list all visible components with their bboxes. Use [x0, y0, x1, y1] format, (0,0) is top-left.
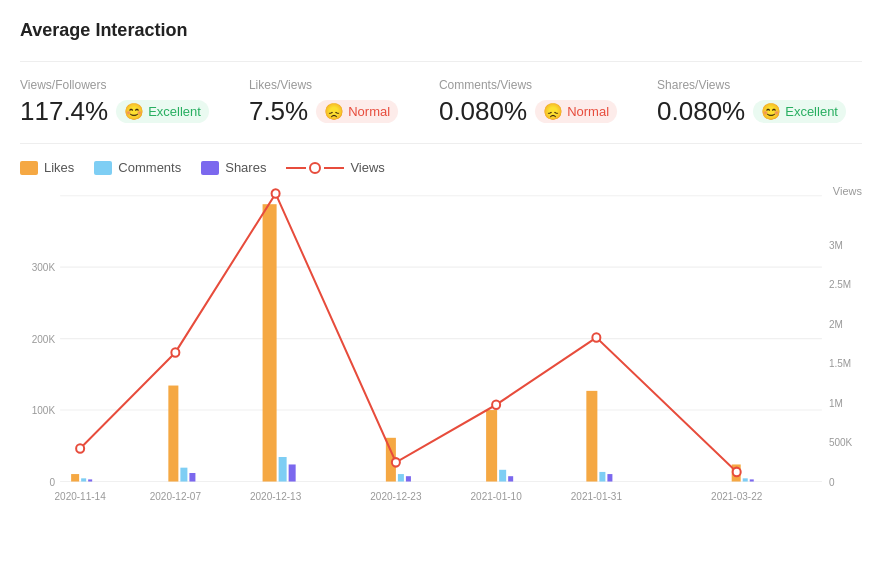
metric-label-3: Comments/Views [439, 78, 617, 92]
badge-2: 😞 Normal [316, 100, 398, 123]
badge-3: 😞 Normal [535, 100, 617, 123]
shares-color-box [201, 161, 219, 175]
svg-rect-30 [607, 474, 612, 481]
views-line [80, 194, 737, 472]
page-container: Average Interaction Views/Followers 117.… [20, 20, 862, 505]
badge-text-1: Excellent [148, 104, 201, 119]
bar-shares [88, 479, 92, 481]
sad-icon-2: 😞 [324, 102, 344, 121]
line-dash-left [286, 167, 306, 169]
legend-views: Views [286, 160, 384, 175]
metric-likes-views: Likes/Views 7.5% 😞 Normal [249, 78, 399, 127]
metric-value-row-1: 117.4% 😊 Excellent [20, 96, 209, 127]
comments-color-box [94, 161, 112, 175]
bar-likes [71, 474, 79, 481]
svg-text:2020-11-14: 2020-11-14 [55, 490, 106, 501]
badge-text-4: Excellent [785, 104, 838, 119]
svg-rect-16 [168, 386, 178, 482]
svg-rect-33 [750, 479, 754, 481]
svg-text:500K: 500K [829, 437, 852, 448]
svg-text:2.5M: 2.5M [829, 279, 851, 290]
metric-value-row-4: 0.080% 😊 Excellent [657, 96, 846, 127]
metric-value-3: 0.080% [439, 96, 527, 127]
legend-comments: Comments [94, 160, 181, 175]
metric-label-2: Likes/Views [249, 78, 399, 92]
views-dot-5 [492, 400, 500, 409]
legend-likes: Likes [20, 160, 74, 175]
metric-value-4: 0.080% [657, 96, 745, 127]
views-dot-7 [733, 468, 741, 477]
metric-label-4: Shares/Views [657, 78, 846, 92]
chart-container: 0 100K 200K 300K 0 500K 1M 1.5M 2M 2.5M … [20, 185, 862, 505]
svg-text:2020-12-13: 2020-12-13 [250, 490, 301, 501]
svg-rect-26 [499, 470, 506, 482]
metric-value-1: 117.4% [20, 96, 108, 127]
metric-views-followers: Views/Followers 117.4% 😊 Excellent [20, 78, 209, 127]
line-dash-right [324, 167, 344, 169]
svg-rect-19 [263, 204, 277, 481]
smiley-icon-1: 😊 [124, 102, 144, 121]
bar-comments [81, 478, 86, 481]
svg-text:0: 0 [49, 477, 55, 488]
metrics-row: Views/Followers 117.4% 😊 Excellent Likes… [20, 78, 862, 127]
badge-1: 😊 Excellent [116, 100, 209, 123]
svg-rect-29 [599, 472, 605, 482]
views-dot-2 [171, 348, 179, 357]
svg-rect-25 [486, 410, 497, 481]
smiley-icon-4: 😊 [761, 102, 781, 121]
svg-text:2021-01-31: 2021-01-31 [571, 490, 622, 501]
metric-value-row-2: 7.5% 😞 Normal [249, 96, 399, 127]
top-divider [20, 61, 862, 62]
svg-text:300K: 300K [32, 262, 55, 273]
badge-text-2: Normal [348, 104, 390, 119]
svg-text:1.5M: 1.5M [829, 358, 851, 369]
chart-svg: 0 100K 200K 300K 0 500K 1M 1.5M 2M 2.5M … [20, 185, 862, 505]
svg-rect-17 [180, 468, 187, 482]
svg-text:1M: 1M [829, 398, 843, 409]
line-dot [309, 162, 321, 174]
legend-row: Likes Comments Shares Views [20, 160, 862, 175]
svg-text:2020-12-23: 2020-12-23 [370, 490, 421, 501]
svg-text:2020-12-07: 2020-12-07 [150, 490, 201, 501]
legend-comments-label: Comments [118, 160, 181, 175]
legend-shares-label: Shares [225, 160, 266, 175]
views-dot-4 [392, 458, 400, 467]
chart-area: Views 0 100K 200K 300K 0 500K 1M 1.5M [20, 185, 862, 505]
svg-text:2M: 2M [829, 319, 843, 330]
page-title: Average Interaction [20, 20, 862, 41]
legend-views-label: Views [350, 160, 384, 175]
bottom-divider [20, 143, 862, 144]
badge-text-3: Normal [567, 104, 609, 119]
svg-rect-24 [406, 476, 411, 481]
legend-likes-label: Likes [44, 160, 74, 175]
views-dot-3 [272, 189, 280, 198]
legend-shares: Shares [201, 160, 266, 175]
svg-rect-32 [743, 478, 748, 481]
svg-rect-23 [398, 474, 404, 481]
metric-comments-views: Comments/Views 0.080% 😞 Normal [439, 78, 617, 127]
metric-label-1: Views/Followers [20, 78, 209, 92]
svg-text:100K: 100K [32, 405, 55, 416]
svg-rect-27 [508, 476, 513, 481]
views-line-icon [286, 162, 344, 174]
sad-icon-3: 😞 [543, 102, 563, 121]
badge-4: 😊 Excellent [753, 100, 846, 123]
svg-text:2021-03-22: 2021-03-22 [711, 490, 762, 501]
metric-value-row-3: 0.080% 😞 Normal [439, 96, 617, 127]
metric-shares-views: Shares/Views 0.080% 😊 Excellent [657, 78, 846, 127]
svg-text:200K: 200K [32, 334, 55, 345]
likes-color-box [20, 161, 38, 175]
svg-rect-20 [279, 457, 287, 482]
views-dot-1 [76, 444, 84, 453]
metric-value-2: 7.5% [249, 96, 308, 127]
views-dot-6 [592, 333, 600, 342]
svg-text:0: 0 [829, 477, 835, 488]
svg-text:3M: 3M [829, 240, 843, 251]
svg-rect-18 [189, 473, 195, 482]
svg-rect-28 [586, 391, 597, 482]
svg-text:2021-01-10: 2021-01-10 [471, 490, 522, 501]
svg-rect-21 [289, 464, 296, 481]
